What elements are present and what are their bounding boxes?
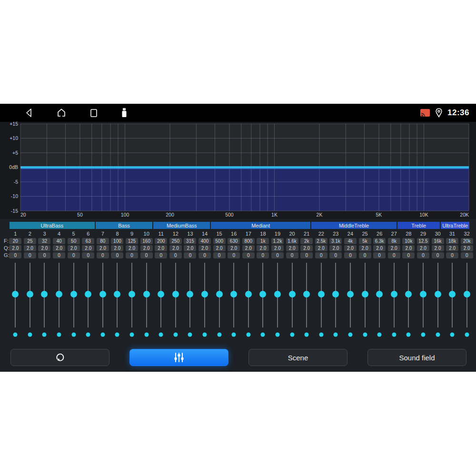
slider-mini-dot[interactable] (173, 333, 178, 337)
band-frequency-value[interactable]: 32 (38, 238, 50, 244)
slider-handle[interactable] (332, 291, 339, 298)
home-icon[interactable] (56, 108, 67, 118)
band-gain-value[interactable]: 0 (373, 252, 386, 258)
slider-handle[interactable] (245, 291, 252, 298)
slider-handle[interactable] (405, 291, 412, 298)
slider-mini-dot[interactable] (465, 333, 469, 337)
band-gain-value[interactable]: 0 (111, 252, 123, 258)
slider-handle[interactable] (449, 291, 456, 298)
slider-mini-dot[interactable] (13, 333, 18, 337)
band-frequency-value[interactable]: 315 (184, 238, 196, 244)
band-q-value[interactable]: 2.0 (140, 245, 153, 251)
band-slider-21[interactable] (299, 263, 314, 340)
slider-mini-dot[interactable] (57, 333, 61, 337)
slider-handle[interactable] (376, 291, 383, 298)
band-gain-value[interactable]: 0 (68, 252, 80, 258)
band-slider-26[interactable] (372, 263, 387, 340)
band-gain-value[interactable]: 0 (329, 252, 342, 258)
slider-handle[interactable] (201, 291, 208, 298)
band-frequency-value[interactable]: 16k (432, 238, 444, 244)
band-slider-12[interactable] (169, 263, 183, 340)
slider-mini-dot[interactable] (305, 333, 309, 337)
band-gain-value[interactable]: 0 (82, 252, 94, 258)
band-frequency-value[interactable]: 12.5 (417, 238, 429, 244)
slider-handle[interactable] (303, 291, 310, 298)
slider-mini-dot[interactable] (450, 333, 455, 337)
band-slider-25[interactable] (357, 263, 372, 340)
band-frequency-value[interactable]: 630 (228, 238, 240, 244)
band-frequency-value[interactable]: 18k (446, 238, 458, 244)
band-q-value[interactable]: 2.0 (344, 245, 357, 251)
band-q-value[interactable]: 2.0 (300, 245, 313, 251)
slider-mini-dot[interactable] (130, 333, 134, 337)
band-gain-value[interactable]: 0 (213, 252, 226, 258)
band-frequency-value[interactable]: 1.6k (286, 238, 298, 244)
band-gain-value[interactable]: 0 (242, 252, 255, 258)
band-frequency-value[interactable]: 50 (68, 238, 80, 244)
slider-handle[interactable] (27, 291, 33, 298)
band-frequency-value[interactable]: 2.5k (315, 238, 327, 244)
slider-handle[interactable] (347, 291, 354, 298)
slider-mini-dot[interactable] (407, 333, 411, 337)
band-frequency-value[interactable]: 500 (213, 238, 226, 244)
band-q-value[interactable]: 2.0 (68, 245, 80, 251)
band-slider-24[interactable] (343, 263, 358, 340)
band-slider-20[interactable] (285, 263, 299, 340)
slider-handle[interactable] (435, 291, 441, 298)
band-frequency-value[interactable]: 8k (388, 238, 400, 244)
slider-mini-dot[interactable] (115, 333, 119, 337)
band-gain-value[interactable]: 0 (315, 252, 327, 258)
band-frequency-value[interactable]: 10k (402, 238, 415, 244)
band-frequency-value[interactable]: 400 (198, 238, 211, 244)
slider-handle[interactable] (274, 291, 281, 298)
slider-mini-dot[interactable] (188, 333, 192, 337)
slider-mini-dot[interactable] (392, 333, 396, 337)
band-slider-29[interactable] (416, 263, 431, 340)
band-q-value[interactable]: 2.0 (169, 245, 182, 251)
slider-handle[interactable] (289, 291, 296, 298)
band-frequency-value[interactable]: 100 (111, 238, 123, 244)
slider-handle[interactable] (362, 291, 368, 298)
recents-icon[interactable] (89, 108, 99, 118)
band-q-value[interactable]: 2.0 (242, 245, 255, 251)
band-gain-value[interactable]: 0 (228, 252, 240, 258)
band-gain-value[interactable]: 0 (126, 252, 138, 258)
band-slider-13[interactable] (183, 263, 198, 340)
band-gain-value[interactable]: 0 (359, 252, 371, 258)
band-q-value[interactable]: 2.0 (417, 245, 429, 251)
slider-handle[interactable] (172, 291, 179, 298)
slider-mini-dot[interactable] (436, 333, 440, 337)
band-gain-value[interactable]: 0 (271, 252, 284, 258)
band-q-value[interactable]: 2.0 (126, 245, 138, 251)
band-frequency-value[interactable]: 3.1k (329, 238, 342, 244)
band-slider-9[interactable] (125, 263, 139, 340)
band-slider-11[interactable] (154, 263, 169, 340)
band-slider-10[interactable] (139, 263, 154, 340)
band-q-value[interactable]: 2.0 (286, 245, 298, 251)
band-gain-value[interactable]: 0 (140, 252, 153, 258)
band-slider-14[interactable] (198, 263, 212, 340)
band-slider-32[interactable] (459, 263, 474, 340)
band-gain-value[interactable]: 0 (53, 252, 65, 258)
band-q-value[interactable]: 2.0 (461, 245, 473, 251)
band-q-value[interactable]: 2.0 (38, 245, 50, 251)
band-frequency-value[interactable]: 1.2k (271, 238, 284, 244)
slider-mini-dot[interactable] (86, 333, 90, 337)
band-frequency-value[interactable]: 800 (242, 238, 255, 244)
usb-icon[interactable] (120, 107, 128, 119)
band-gain-value[interactable]: 0 (286, 252, 298, 258)
band-q-value[interactable]: 2.0 (111, 245, 123, 251)
band-gain-value[interactable]: 0 (461, 252, 473, 258)
equalizer-button[interactable] (129, 349, 228, 366)
slider-mini-dot[interactable] (377, 333, 382, 337)
slider-handle[interactable] (216, 291, 223, 298)
band-slider-8[interactable] (110, 263, 125, 340)
band-gain-value[interactable]: 0 (97, 252, 109, 258)
band-gain-value[interactable]: 0 (388, 252, 400, 258)
band-frequency-value[interactable]: 4k (344, 238, 357, 244)
slider-mini-dot[interactable] (42, 333, 47, 337)
band-q-value[interactable]: 2.0 (373, 245, 386, 251)
band-frequency-value[interactable]: 160 (140, 238, 153, 244)
slider-handle[interactable] (41, 291, 48, 298)
slider-handle[interactable] (85, 291, 91, 298)
